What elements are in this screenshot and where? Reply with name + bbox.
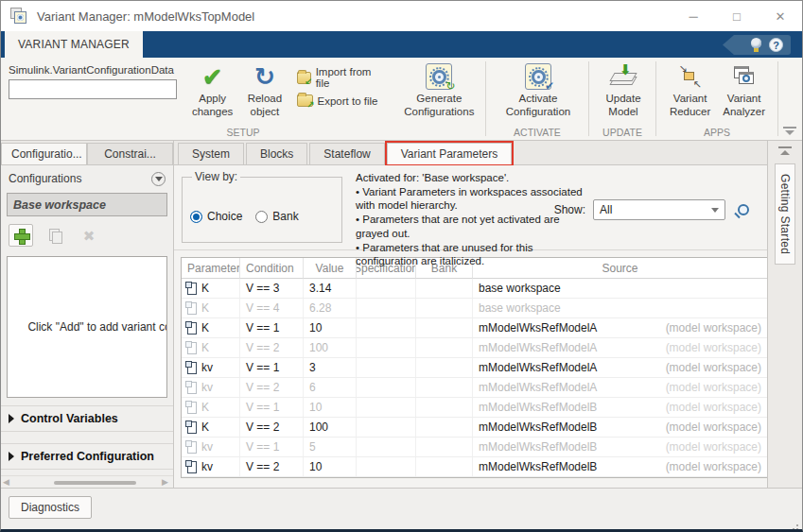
condition-cell: V == 2 <box>240 418 304 437</box>
bank-cell <box>416 418 473 437</box>
copy-configuration-button[interactable] <box>43 224 67 247</box>
variant-analyzer-button[interactable]: Variant Analyzer <box>718 62 770 119</box>
reload-object-button[interactable]: ↻ Reload object <box>240 62 288 119</box>
activated-for-text: Activated for: 'Base workspace'. <box>356 171 585 185</box>
parameter-icon <box>187 461 197 473</box>
parameter-cell: K <box>182 299 240 317</box>
control-variables-section[interactable]: Control Variables <box>1 405 173 432</box>
specification-cell <box>357 358 416 377</box>
activate-configuration-button[interactable]: ✔ Activate Configuration <box>496 62 581 119</box>
parameter-icon <box>187 382 197 394</box>
import-from-file-button[interactable]: ↙ Import from file <box>297 66 379 89</box>
table-row[interactable]: kv V == 1 5 mModelWksRefModelB(model wor… <box>182 438 767 457</box>
value-cell: 10 <box>304 457 357 476</box>
tab-variant-parameters[interactable]: Variant Parameters <box>387 143 513 164</box>
tab-getting-started[interactable]: Getting Started <box>775 163 795 265</box>
source-cell: mModelWksRefModelA(model workspace) <box>473 318 767 337</box>
radio-dot <box>255 211 268 223</box>
parameter-cell: K <box>182 398 240 417</box>
activate-gear-icon: ✔ <box>525 63 551 90</box>
condition-cell: V == 1 <box>240 398 304 417</box>
table-row[interactable]: K V == 1 10 mModelWksRefModelB(model wor… <box>182 398 767 418</box>
help-icon[interactable]: ? <box>769 38 783 52</box>
condition-cell: V == 3 <box>240 279 304 298</box>
activate-section-label: ACTIVATE <box>486 127 588 138</box>
variant-manager-window: Variant Manager: mModelWksTopModel ─ □ ✕… <box>0 0 803 532</box>
parameter-icon <box>187 283 197 295</box>
chevron-down-icon <box>711 208 719 213</box>
table-row[interactable]: kv V == 2 6 mModelWksRefModelA(model wor… <box>182 378 767 398</box>
diagnostics-button[interactable]: Diagnostics <box>9 496 92 519</box>
bank-cell <box>416 299 473 317</box>
close-button[interactable]: ✕ <box>759 1 802 31</box>
value-cell: 6 <box>304 378 357 397</box>
copy-icon <box>49 229 61 243</box>
config-data-input[interactable] <box>9 79 177 99</box>
tab-blocks[interactable]: Blocks <box>246 143 307 164</box>
table-row[interactable]: kv V == 2 10 mModelWksRefModelB(model wo… <box>182 457 767 477</box>
configurations-list[interactable]: Click "Add" to add variant co <box>7 256 167 398</box>
configurations-menu-icon[interactable] <box>151 172 166 186</box>
table-row[interactable]: K V == 1 10 mModelWksRefModelA(model wor… <box>182 318 767 338</box>
horizontal-scrollbar[interactable]: ◀ ▶ <box>1 475 173 488</box>
source-note: (model workspace) <box>666 341 761 354</box>
export-to-file-button[interactable]: ↗ Export to file <box>297 94 379 107</box>
apply-changes-button[interactable]: ✔ Apply changes <box>188 62 236 119</box>
show-dropdown[interactable]: All <box>593 199 725 220</box>
add-configuration-button[interactable] <box>9 224 33 247</box>
config-data-label: Simulink.VariantConfigurationData <box>9 64 177 76</box>
bottom-bar: Diagnostics <box>1 488 802 532</box>
right-sidebar: Getting Started <box>767 141 802 488</box>
delete-x-icon: ✖ <box>83 229 96 243</box>
tab-configurations[interactable]: Configuratio... <box>1 143 87 164</box>
apps-group: ↘↖ Variant Reducer Variant Analyzer APPS <box>656 58 777 140</box>
activate-group: ✔ Activate Configuration ACTIVATE <box>486 58 588 140</box>
tab-constraints[interactable]: Constrai... <box>87 143 173 164</box>
variant-analyzer-icon <box>732 64 757 89</box>
workspace-box: Base workspace <box>7 193 167 217</box>
condition-cell: V == 2 <box>240 457 304 476</box>
table-row[interactable]: K V == 2 100 mModelWksRefModelA(model wo… <box>182 338 767 358</box>
col-condition[interactable]: Condition <box>240 258 304 279</box>
collapse-ribbon-icon[interactable] <box>783 127 796 136</box>
export-folder-icon: ↗ <box>297 94 313 107</box>
specification-cell <box>357 279 416 298</box>
update-model-button[interactable]: ⬇ Update Model <box>599 62 648 119</box>
tab-stateflow[interactable]: Stateflow <box>309 143 384 164</box>
reload-icon: ↻ <box>254 64 275 89</box>
minimize-button[interactable]: ─ <box>672 1 715 31</box>
source-cell: base workspace <box>473 279 767 298</box>
table-row[interactable]: K V == 2 100 mModelWksRefModelB(model wo… <box>182 418 767 438</box>
radio-choice[interactable]: Choice <box>190 210 242 223</box>
bank-cell <box>416 398 473 417</box>
configurations-header: Configurations <box>9 172 81 185</box>
parameter-cell: K <box>182 279 240 298</box>
tab-system[interactable]: System <box>178 143 244 164</box>
value-cell: 3 <box>304 358 357 377</box>
specification-cell <box>357 299 416 317</box>
table-row[interactable]: K V == 4 6.28 base workspace <box>182 299 767 318</box>
check-icon: ✔ <box>202 64 223 89</box>
parameter-cell: kv <box>182 438 240 456</box>
delete-configuration-button[interactable]: ✖ <box>77 224 101 247</box>
table-body: K V == 3 3.14 base workspace K V == 4 6.… <box>182 279 767 477</box>
radio-bank[interactable]: Bank <box>255 210 298 223</box>
col-value[interactable]: Value <box>304 258 357 279</box>
table-row[interactable]: K V == 3 3.14 base workspace <box>182 279 767 299</box>
preferred-configuration-section[interactable]: Preferred Configuration <box>1 443 173 470</box>
radio-dot <box>190 211 202 223</box>
maximize-button[interactable]: □ <box>715 1 759 31</box>
generate-gear-icon: ↻ <box>426 63 452 90</box>
variant-reducer-button[interactable]: ↘↖ Variant Reducer <box>666 62 714 119</box>
parameter-cell: kv <box>182 378 240 397</box>
generate-configurations-button[interactable]: ↻ Generate Configurations <box>401 62 478 119</box>
table-row[interactable]: kv V == 1 3 mModelWksRefModelA(model wor… <box>182 358 767 378</box>
collapse-panel-icon[interactable] <box>778 146 792 156</box>
col-parameter[interactable]: Parameter <box>182 258 240 279</box>
parameter-cell: kv <box>182 358 240 377</box>
tab-variant-manager[interactable]: VARIANT MANAGER <box>5 31 143 58</box>
hint-bulb-icon[interactable] <box>751 38 761 52</box>
search-button[interactable] <box>733 199 754 220</box>
setup-group: Simulink.VariantConfigurationData ✔ Appl… <box>1 58 485 140</box>
resize-grip[interactable] <box>787 523 798 532</box>
